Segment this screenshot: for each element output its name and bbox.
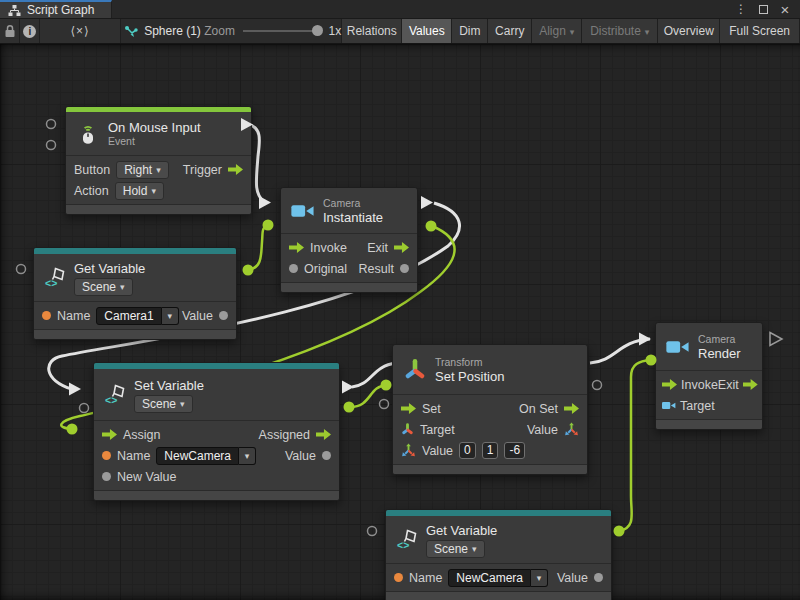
zoom-slider[interactable] — [243, 30, 321, 32]
flow-output-port[interactable] — [564, 403, 579, 414]
variable-name-value: Camera1 — [96, 307, 161, 325]
maximize-icon[interactable] — [754, 1, 772, 17]
chevron-down-icon — [570, 24, 575, 38]
fullscreen-button[interactable]: Full Screen — [720, 19, 800, 43]
vector-x-input[interactable]: 0 — [459, 442, 476, 459]
port-label-invoke: Invoke — [681, 378, 718, 392]
node-title: Set Variable — [134, 378, 204, 393]
value-output-port[interactable] — [219, 311, 228, 320]
port-label-value: Value — [182, 309, 213, 323]
graph-canvas[interactable]: On Mouse Input Event Button Right Trigge… — [0, 44, 800, 600]
node-camera-render[interactable]: Camera Render Invoke Exit Target — [655, 322, 763, 430]
info-button[interactable]: i — [20, 19, 40, 43]
zoom-to-fit-icon — [70, 24, 89, 38]
node-footer — [656, 419, 762, 429]
variable-scope-dropdown[interactable]: Scene — [426, 540, 485, 558]
node-set-variable[interactable]: <> Set Variable Scene Assign Assigned Na… — [93, 362, 340, 501]
wire-camera1-to-original[interactable] — [249, 225, 269, 270]
port-label-value: Value — [557, 571, 588, 585]
value-output-port[interactable] — [322, 451, 331, 460]
scope-value: Scene — [142, 397, 176, 411]
graph-reference[interactable]: Sphere (1) — [121, 19, 205, 43]
port-label-invoke: Invoke — [310, 241, 347, 255]
camera-port-icon[interactable] — [662, 400, 676, 411]
window-controls — [732, 0, 800, 18]
flow-output-port[interactable] — [743, 379, 758, 390]
overview-button[interactable]: Overview — [658, 19, 720, 43]
zoom-slider-handle[interactable] — [312, 25, 323, 36]
flow-output-port[interactable] — [228, 164, 243, 175]
node-category: Transform — [435, 356, 504, 369]
node-get-variable-bottom[interactable]: <> Get Variable Scene Name NewCamera Val… — [385, 509, 612, 600]
flow-output-port[interactable] — [316, 429, 331, 440]
tab-title: Script Graph — [27, 3, 94, 17]
dim-button[interactable]: Dim — [452, 19, 488, 43]
flow-input-port[interactable] — [662, 379, 677, 390]
values-label: Values — [409, 24, 445, 38]
vector-z-input[interactable]: -6 — [504, 442, 525, 459]
name-input-port[interactable] — [394, 573, 403, 582]
value-input-port[interactable] — [289, 264, 298, 273]
node-on-mouse-input[interactable]: On Mouse Input Event Button Right Trigge… — [65, 106, 252, 215]
port-label-result: Result — [359, 262, 394, 276]
variable-name-value: NewCamera — [156, 447, 239, 465]
value-output-port[interactable] — [594, 573, 603, 582]
values-button[interactable]: Values — [402, 19, 452, 43]
name-input-port[interactable] — [102, 451, 111, 460]
fullscreen-label: Full Screen — [729, 24, 790, 38]
lock-button[interactable] — [0, 19, 20, 43]
zoom-to-fit-button[interactable] — [40, 19, 120, 43]
variable-name-field[interactable]: Camera1 — [96, 307, 178, 325]
button-value-dropdown[interactable]: Right — [116, 161, 169, 179]
variable-scope-dropdown[interactable]: Scene — [74, 278, 133, 296]
node-set-position[interactable]: Transform Set Position Set On Set Target… — [392, 344, 588, 475]
variable-name-field[interactable]: NewCamera — [156, 447, 256, 465]
flow-input-port[interactable] — [102, 429, 117, 440]
tab-script-graph[interactable]: Script Graph — [0, 0, 112, 18]
value-output-port[interactable] — [400, 264, 409, 273]
wire-value-to-target[interactable] — [350, 385, 387, 407]
name-input-port[interactable] — [42, 311, 51, 320]
variable-icon: <> — [396, 529, 418, 551]
flow-input-port[interactable] — [401, 403, 416, 414]
vector3-port-icon[interactable] — [564, 422, 579, 437]
relations-button[interactable]: Relations — [342, 19, 402, 43]
flow-output-port[interactable] — [394, 242, 409, 253]
node-category: Camera — [323, 197, 383, 210]
port-label-target: Target — [420, 423, 455, 437]
menu-kebab-icon[interactable] — [732, 1, 750, 17]
flow-input-port[interactable] — [289, 242, 304, 253]
node-camera-instantiate[interactable]: Camera Instantiate Invoke Exit Original … — [280, 187, 418, 293]
node-get-variable-top[interactable]: <> Get Variable Scene Name Camera1 Value — [33, 247, 237, 340]
variable-name-field[interactable]: NewCamera — [448, 569, 548, 587]
lock-icon — [4, 24, 16, 38]
transform-port-icon[interactable] — [401, 423, 414, 436]
wire-assigned-to-set[interactable] — [352, 363, 396, 387]
vector3-port-icon[interactable] — [401, 443, 416, 458]
port-label-value-in: Value — [422, 444, 453, 458]
new-value-input-port[interactable] — [102, 472, 111, 481]
action-value-dropdown[interactable]: Hold — [115, 182, 164, 200]
variable-scope-dropdown[interactable]: Scene — [134, 395, 193, 413]
port-label-name: Name — [117, 449, 150, 463]
chevron-down-icon[interactable] — [162, 307, 179, 325]
port-label-trigger: Trigger — [183, 163, 222, 177]
node-footer — [393, 464, 587, 474]
distribute-button[interactable]: Distribute — [582, 19, 658, 43]
zoom-label: Zoom — [204, 24, 235, 38]
close-icon[interactable] — [776, 1, 794, 17]
align-button[interactable]: Align — [532, 19, 582, 43]
carry-label: Carry — [495, 24, 524, 38]
variable-icon: <> — [104, 384, 126, 406]
chevron-down-icon[interactable] — [531, 569, 548, 587]
chevron-down-icon[interactable] — [239, 447, 256, 465]
vector-y-input[interactable]: 1 — [482, 442, 499, 459]
wire-newcamera-to-target[interactable] — [620, 360, 651, 531]
port-label-name: Name — [409, 571, 442, 585]
wire-onset-to-invoke[interactable] — [590, 339, 650, 363]
camera-icon — [291, 202, 315, 220]
variable-icon: <> — [44, 267, 66, 289]
svg-text:<>: <> — [397, 539, 409, 551]
title-bar: Script Graph — [0, 0, 800, 19]
carry-button[interactable]: Carry — [488, 19, 532, 43]
